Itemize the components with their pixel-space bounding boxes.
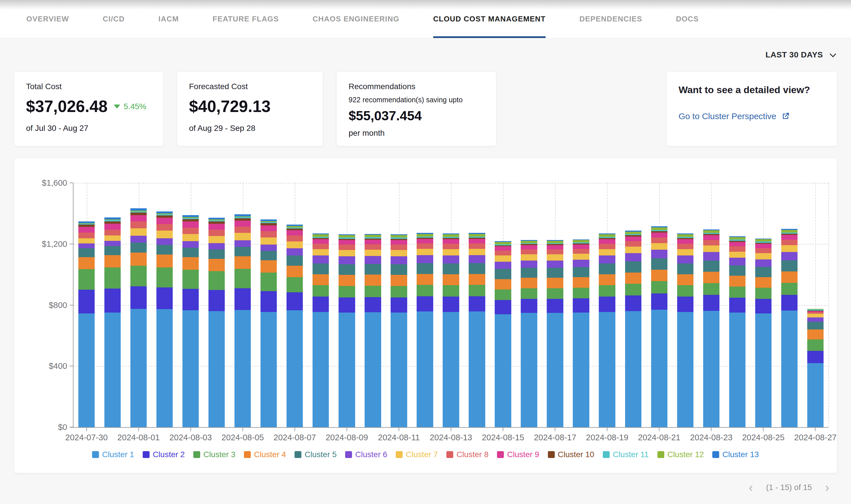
bar-segment-cluster-6[interactable] <box>390 256 407 264</box>
bar-segment-cluster-3[interactable] <box>104 267 121 289</box>
bar-segment-cluster-4[interactable] <box>156 255 173 267</box>
bar-segment-cluster-6[interactable] <box>521 260 537 268</box>
bar-segment-cluster-3[interactable] <box>495 289 511 300</box>
bar-segment-cluster-6[interactable] <box>208 243 225 249</box>
bar-segment-cluster-12[interactable] <box>313 234 329 237</box>
bar-segment-cluster-6[interactable] <box>729 258 746 266</box>
date-range-dropdown[interactable]: LAST 30 DAYS <box>765 50 834 59</box>
bar-segment-cluster-1[interactable] <box>651 310 667 427</box>
bar-segment-cluster-2[interactable] <box>547 299 563 313</box>
bar-segment-cluster-12[interactable] <box>390 235 407 238</box>
bar-segment-cluster-12[interactable] <box>729 237 746 240</box>
bar-segment-cluster-6[interactable] <box>651 250 667 258</box>
tab-ci-cd[interactable]: CI/CD <box>103 0 125 38</box>
bar-segment-cluster-1[interactable] <box>156 309 173 427</box>
bar-segment-cluster-5[interactable] <box>677 264 693 274</box>
bar-segment-cluster-8[interactable] <box>651 237 667 243</box>
bar-segment-cluster-6[interactable] <box>156 238 173 245</box>
bar-segment-cluster-6[interactable] <box>547 260 563 268</box>
bar-segment-cluster-4[interactable] <box>365 274 381 285</box>
bar-segment-cluster-8[interactable] <box>313 244 329 249</box>
bar-segment-cluster-7[interactable] <box>390 250 407 256</box>
bar-segment-cluster-1[interactable] <box>261 312 277 427</box>
bar-segment-cluster-2[interactable] <box>131 286 147 309</box>
bar-segment-cluster-7[interactable] <box>235 233 251 240</box>
bar-segment-cluster-8[interactable] <box>338 245 355 250</box>
bar-segment-cluster-3[interactable] <box>442 285 459 296</box>
bar-segment-cluster-1[interactable] <box>208 311 225 427</box>
bar-segment-cluster-1[interactable] <box>703 311 719 427</box>
bar-segment-cluster-1[interactable] <box>235 310 251 427</box>
bar-segment-cluster-1[interactable] <box>104 312 121 427</box>
legend-item-cluster-3[interactable]: Cluster 3 <box>193 450 235 459</box>
bar-segment-cluster-13[interactable] <box>183 215 199 217</box>
bar-segment-cluster-5[interactable] <box>261 251 277 260</box>
bar-segment-cluster-2[interactable] <box>755 299 771 313</box>
bar-2024-08-22[interactable] <box>677 233 693 427</box>
bar-segment-cluster-12[interactable] <box>417 234 433 237</box>
bar-segment-cluster-2[interactable] <box>469 296 485 311</box>
pagination-next-icon[interactable]: › <box>825 481 829 494</box>
bar-segment-cluster-7[interactable] <box>261 237 277 245</box>
bar-segment-cluster-7[interactable] <box>104 235 121 241</box>
bar-segment-cluster-2[interactable] <box>599 296 615 312</box>
bar-segment-cluster-12[interactable] <box>365 235 381 237</box>
bar-segment-cluster-3[interactable] <box>651 281 667 293</box>
legend-item-cluster-11[interactable]: Cluster 11 <box>603 450 649 459</box>
bar-segment-cluster-2[interactable] <box>338 298 355 312</box>
bar-segment-cluster-2[interactable] <box>651 293 667 310</box>
bar-segment-cluster-9[interactable] <box>703 235 719 240</box>
bar-segment-cluster-6[interactable] <box>417 255 433 263</box>
bar-segment-cluster-4[interactable] <box>807 329 823 339</box>
bar-segment-cluster-6[interactable] <box>599 255 615 264</box>
bar-segment-cluster-6[interactable] <box>807 318 823 322</box>
bar-2024-07-31[interactable] <box>104 217 121 427</box>
bar-segment-cluster-8[interactable] <box>469 244 485 249</box>
bar-segment-cluster-9[interactable] <box>651 233 667 237</box>
legend-item-cluster-6[interactable]: Cluster 6 <box>345 450 387 459</box>
bar-segment-cluster-7[interactable] <box>338 250 355 256</box>
bar-segment-cluster-7[interactable] <box>79 238 95 244</box>
bar-segment-cluster-9[interactable] <box>599 239 615 244</box>
bar-segment-cluster-4[interactable] <box>417 274 433 285</box>
bar-segment-cluster-4[interactable] <box>573 277 589 287</box>
bar-segment-cluster-3[interactable] <box>313 285 329 296</box>
bar-segment-cluster-9[interactable] <box>417 239 433 244</box>
bar-segment-cluster-10[interactable] <box>183 219 199 221</box>
bar-2024-08-11[interactable] <box>390 234 407 427</box>
bar-segment-cluster-5[interactable] <box>547 268 563 278</box>
bar-segment-cluster-7[interactable] <box>625 247 641 253</box>
bar-segment-cluster-1[interactable] <box>313 312 329 427</box>
bar-segment-cluster-10[interactable] <box>208 221 225 224</box>
bar-2024-08-13[interactable] <box>442 233 459 427</box>
bar-segment-cluster-2[interactable] <box>286 292 303 310</box>
bar-segment-cluster-2[interactable] <box>703 295 719 311</box>
bar-segment-cluster-2[interactable] <box>365 297 381 312</box>
bar-segment-cluster-9[interactable] <box>755 244 771 248</box>
bar-segment-cluster-8[interactable] <box>261 231 277 237</box>
bar-segment-cluster-7[interactable] <box>208 236 225 243</box>
bar-segment-cluster-12[interactable] <box>573 240 589 242</box>
bar-segment-cluster-4[interactable] <box>313 274 329 285</box>
bar-segment-cluster-6[interactable] <box>286 248 303 256</box>
bar-segment-cluster-1[interactable] <box>442 312 459 427</box>
bar-segment-cluster-3[interactable] <box>208 271 225 290</box>
bar-segment-cluster-12[interactable] <box>781 230 798 233</box>
bar-segment-cluster-7[interactable] <box>183 234 199 241</box>
bar-segment-cluster-1[interactable] <box>755 313 771 427</box>
bar-segment-cluster-8[interactable] <box>495 251 511 255</box>
bar-segment-cluster-2[interactable] <box>79 290 95 313</box>
bar-2024-08-01[interactable] <box>131 208 147 427</box>
bar-segment-cluster-3[interactable] <box>573 288 589 298</box>
bar-segment-cluster-1[interactable] <box>338 312 355 427</box>
bar-segment-cluster-5[interactable] <box>365 264 381 274</box>
bar-segment-cluster-12[interactable] <box>338 235 355 238</box>
bar-segment-cluster-5[interactable] <box>235 247 251 256</box>
bar-segment-cluster-9[interactable] <box>104 224 121 230</box>
bar-segment-cluster-8[interactable] <box>365 244 381 250</box>
bar-segment-cluster-4[interactable] <box>235 256 251 269</box>
bar-segment-cluster-12[interactable] <box>495 242 511 244</box>
bar-segment-cluster-9[interactable] <box>79 227 95 233</box>
legend-item-cluster-9[interactable]: Cluster 9 <box>497 450 539 459</box>
bar-segment-cluster-4[interactable] <box>261 260 277 273</box>
